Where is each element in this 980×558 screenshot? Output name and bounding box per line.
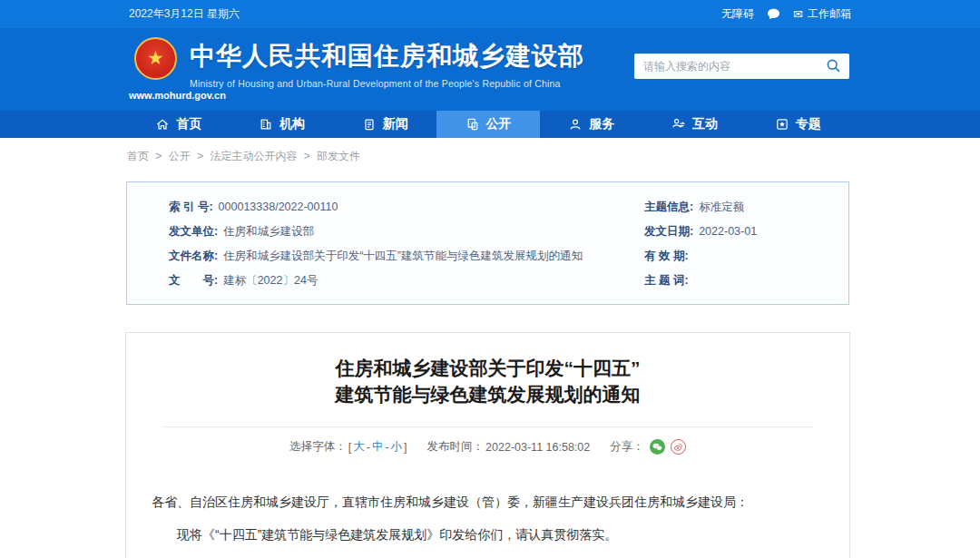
title-divider [162, 426, 814, 427]
article-card: 住房和城乡建设部关于印发“十四五” 建筑节能与绿色建筑发展规划的通知 选择字体：… [125, 332, 850, 558]
nav-item-disclosure[interactable]: 公开 [436, 111, 540, 138]
share-wechat-icon[interactable] [650, 439, 665, 455]
breadcrumb-home[interactable]: 首页 [127, 150, 149, 162]
font-size-small-button[interactable]: 小 [391, 439, 403, 455]
news-icon [362, 117, 377, 132]
share-weibo-icon[interactable] [671, 439, 686, 455]
share-label: 分享： [610, 439, 644, 455]
topbar-links: 无障碍 ✉ 工作邮箱 [721, 6, 851, 22]
meta-keywords: 主 题 词: [644, 269, 757, 293]
nav-item-news[interactable]: 新闻 [333, 111, 436, 138]
service-icon [568, 117, 583, 132]
disclosure-icon [466, 117, 480, 132]
font-size-medium-button[interactable]: 中 [372, 439, 384, 455]
current-date: 2022年3月12日 星期六 [129, 6, 240, 22]
nav-item-service[interactable]: 服务 [540, 111, 643, 138]
meta-subject-info: 主题信息: 标准定额 [644, 195, 757, 220]
organization-icon [259, 117, 273, 132]
topic-star-icon [775, 117, 789, 132]
site-brand[interactable]: ★ 中华人民共和国住房和城乡建设部 Ministry of Housing an… [134, 37, 584, 89]
meta-document-number: 文 号: 建标〔2022〕24号 [169, 269, 631, 293]
paragraph-main: 现将《“十四五”建筑节能与绿色建筑发展规划》印发给你们，请认真贯彻落实。 [152, 524, 824, 545]
meta-index-number: 索 引 号: 000013338/2022-00110 [169, 195, 631, 220]
envelope-icon: ✉ [793, 8, 803, 20]
site-url: www.mohurd.gov.cn [129, 90, 226, 101]
accessibility-link[interactable]: 无障碍 [721, 6, 754, 22]
paragraph-addressees: 各省、自治区住房和城乡建设厅，直辖市住房和城乡建设（管）委，新疆生产建设兵团住房… [152, 491, 824, 513]
national-emblem-logo: ★ [134, 37, 177, 80]
document-title: 住房和城乡建设部关于印发“十四五” 建筑节能与绿色建筑发展规划的通知 [126, 355, 849, 407]
nav-item-organization[interactable]: 机构 [230, 111, 334, 138]
publish-time-value: 2022-03-11 16:58:02 [485, 441, 590, 454]
breadcrumb-ministry-documents[interactable]: 部发文件 [317, 150, 360, 162]
site-title-english: Ministry of Housing and Urban-Rural Deve… [190, 78, 584, 89]
nav-item-home[interactable]: 首页 [127, 111, 230, 138]
breadcrumb-disclosure[interactable]: 公开 [169, 150, 191, 162]
home-icon [155, 117, 170, 132]
comment-bubble-icon[interactable] [767, 8, 780, 20]
article-meta-line: 选择字体： [ 大 - 中 - 小 ] 发布时间： 2022-03-11 16:… [126, 439, 849, 455]
document-metadata-box: 索 引 号: 000013338/2022-00110 发文单位: 住房和城乡建… [126, 181, 849, 305]
breadcrumb: 首页 > 公开 > 法定主动公开内容 > 部发文件 [127, 149, 849, 164]
search-box [634, 54, 849, 79]
search-input[interactable] [643, 60, 824, 73]
site-title: 中华人民共和国住房和城乡建设部 [190, 39, 584, 73]
top-bar: 2022年3月12日 星期六 无障碍 ✉ 工作邮箱 [0, 0, 980, 28]
meta-issue-date: 发文日期: 2022-03-01 [644, 220, 757, 244]
interaction-icon [671, 117, 686, 132]
font-size-label: 选择字体： [289, 439, 347, 455]
nav-item-interaction[interactable]: 互动 [643, 111, 747, 138]
main-nav: 首页 机构 新闻 公开 服务 [0, 111, 980, 138]
site-header: ★ 中华人民共和国住房和城乡建设部 Ministry of Housing an… [0, 28, 980, 111]
font-size-large-button[interactable]: 大 [353, 439, 365, 455]
work-mailbox-link[interactable]: ✉ 工作邮箱 [793, 6, 851, 22]
document-body: 各省、自治区住房和城乡建设厅，直辖市住房和城乡建设（管）委，新疆生产建设兵团住房… [126, 491, 849, 545]
search-icon [826, 58, 840, 75]
nav-item-topic[interactable]: 专题 [746, 111, 849, 138]
meta-validity-period: 有 效 期: [644, 244, 757, 269]
publish-time-label: 发布时间： [427, 439, 485, 455]
search-button[interactable] [824, 57, 842, 75]
meta-issuing-unit: 发文单位: 住房和城乡建设部 [169, 220, 631, 244]
meta-document-name: 文件名称: 住房和城乡建设部关于印发“十四五”建筑节能与绿色建筑发展规划的通知 [169, 244, 631, 269]
breadcrumb-statutory-content[interactable]: 法定主动公开内容 [210, 150, 297, 162]
